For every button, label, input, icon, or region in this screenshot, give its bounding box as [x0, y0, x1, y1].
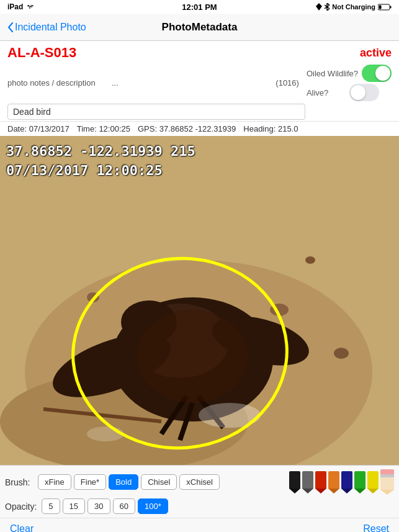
svg-point-13 — [305, 256, 315, 264]
eraser[interactable] — [380, 469, 394, 495]
oiled-wildlife-label: Oiled Wildlife? — [307, 69, 358, 78]
oiled-wildlife-toggle-row: Oiled Wildlife? — [307, 65, 392, 82]
pencil-orange[interactable] — [328, 471, 339, 494]
pencil-darkgray-tip — [302, 489, 313, 494]
toggle-knob-alive — [351, 85, 365, 100]
brush-fine[interactable]: Fine* — [74, 474, 106, 490]
brush-row: Brush: xFine Fine* Bold Chisel xChisel — [5, 469, 394, 495]
opacity-row: Opacity: 5 15 30 60 100* — [5, 498, 394, 514]
photo-notes-dots: ... — [112, 78, 271, 88]
pencil-yellow[interactable] — [367, 471, 379, 494]
opacity-options: 5 15 30 60 100* — [42, 498, 168, 514]
pencil-darkblue-tip — [341, 489, 352, 494]
pencil-darkgray[interactable] — [302, 471, 313, 494]
pencil-green-body — [354, 471, 365, 489]
overlay-line1: 37.86852 -122.31939 215 — [6, 142, 195, 161]
battery-icon — [378, 4, 392, 11]
photo-notes-row: photo notes / description ... (1016) Oil… — [0, 63, 399, 102]
brush-xfine[interactable]: xFine — [38, 474, 71, 490]
status-right: Not Charging — [316, 3, 392, 11]
status-bar: iPad 12:01 PM Not Charging — [0, 0, 399, 14]
meta-date: Date: 07/13/2017 — [7, 124, 69, 133]
alive-label: Alive? — [307, 88, 328, 97]
pencil-orange-body — [328, 471, 339, 489]
description-input[interactable] — [7, 104, 305, 120]
nav-bar: Incidental Photo PhotoMetadata — [0, 14, 399, 41]
status-left: iPad — [7, 2, 34, 11]
eraser-body — [380, 477, 394, 490]
overlay-line2: 07/13/2017 12:00:25 — [6, 161, 195, 181]
opacity-30[interactable]: 30 — [87, 498, 110, 514]
svg-rect-1 — [390, 6, 392, 8]
photo-notes-count: (1016) — [276, 78, 299, 88]
meta-time: Time: 12:00:25 — [77, 124, 130, 133]
alive-toggle[interactable] — [349, 84, 379, 101]
battery-label: Not Charging — [332, 3, 375, 11]
record-header: AL-A-S013 active — [0, 41, 399, 63]
reset-button[interactable]: Reset — [363, 523, 389, 532]
back-label: Incidental Photo — [15, 22, 86, 33]
pencil-yellow-tip — [367, 489, 379, 494]
desc-input-row — [0, 102, 399, 121]
pencil-yellow-body — [367, 471, 379, 489]
meta-heading: Heading: 215.0 — [243, 124, 298, 133]
status-time: 12:01 PM — [182, 2, 217, 12]
brush-xchisel[interactable]: xChisel — [179, 474, 220, 490]
brush-bold[interactable]: Bold — [109, 474, 138, 490]
eraser-tip — [380, 490, 394, 495]
color-pencils — [289, 469, 394, 495]
record-id: AL-A-S013 — [7, 45, 76, 61]
brush-chisel[interactable]: Chisel — [141, 474, 177, 490]
oiled-wildlife-toggle[interactable] — [362, 65, 392, 82]
pencil-green-tip — [354, 489, 365, 494]
eraser-top — [380, 469, 394, 474]
brush-label: Brush: — [5, 477, 33, 487]
location-icon — [316, 3, 322, 11]
pencil-orange-tip — [328, 489, 339, 494]
pencil-black[interactable] — [289, 471, 300, 494]
content-area: AL-A-S013 active photo notes / descripti… — [0, 41, 399, 532]
record-header-section: AL-A-S013 active photo notes / descripti… — [0, 41, 399, 121]
wifi-icon — [25, 4, 34, 10]
carrier-label: iPad — [7, 2, 23, 11]
toggle-knob-oiled — [375, 66, 390, 81]
back-button[interactable]: Incidental Photo — [7, 22, 86, 33]
metadata-row: Date: 07/13/2017 Time: 12:00:25 GPS: 37.… — [0, 121, 399, 136]
opacity-5[interactable]: 5 — [42, 498, 60, 514]
opacity-60[interactable]: 60 — [113, 498, 135, 514]
bluetooth-icon — [325, 3, 330, 11]
record-status: active — [360, 47, 392, 60]
clear-button[interactable]: Clear — [10, 523, 34, 532]
bottom-actions: Clear Reset — [0, 518, 399, 532]
pencil-black-tip — [289, 489, 300, 494]
svg-point-15 — [334, 348, 349, 359]
photo-container: 37.86852 -122.31939 215 07/13/2017 12:00… — [0, 136, 399, 465]
pencil-darkblue-body — [341, 471, 352, 489]
meta-gps: GPS: 37.86852 -122.31939 — [138, 124, 236, 133]
back-chevron-icon — [7, 22, 14, 32]
pencil-red[interactable] — [315, 471, 326, 494]
pencil-red-tip — [315, 489, 326, 494]
bottom-toolbar: Brush: xFine Fine* Bold Chisel xChisel — [0, 465, 399, 518]
page-title: PhotoMetadata — [162, 21, 238, 34]
brush-options: xFine Fine* Bold Chisel xChisel — [38, 474, 284, 490]
photo-overlay-text: 37.86852 -122.31939 215 07/13/2017 12:00… — [6, 142, 195, 181]
pencil-darkgray-body — [302, 471, 313, 489]
svg-rect-2 — [379, 5, 382, 9]
pencil-darkblue[interactable] — [341, 471, 352, 494]
pencil-red-body — [315, 471, 326, 489]
opacity-label: Opacity: — [5, 502, 37, 512]
opacity-15[interactable]: 15 — [63, 498, 85, 514]
alive-toggle-row: Alive? — [307, 84, 392, 101]
pencil-green[interactable] — [354, 471, 365, 494]
opacity-100[interactable]: 100* — [138, 498, 168, 514]
photo-notes-label: photo notes / description — [7, 78, 107, 88]
pencil-black-body — [289, 471, 300, 489]
